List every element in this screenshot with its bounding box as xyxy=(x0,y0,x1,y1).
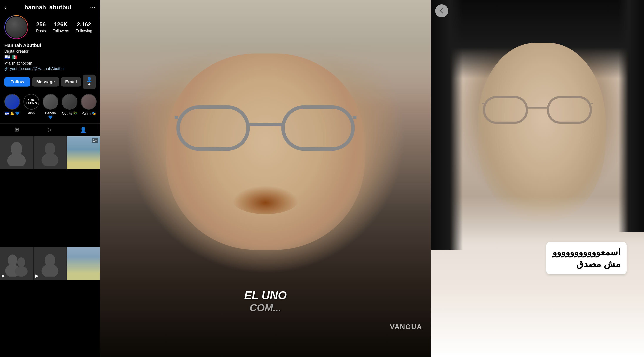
highlights-row: 🇮🇱 💪 💙 aish.LATINO Aish Benaia 💙 Outfits… xyxy=(0,92,100,121)
back-button[interactable]: ‹ xyxy=(4,4,6,11)
svg-point-7 xyxy=(15,266,28,277)
image-counter-3: 1+ xyxy=(92,138,98,143)
tab-bar: ⊞ ▷ 👤 xyxy=(0,123,100,136)
bio-text: Digital creator xyxy=(4,49,96,54)
highlight-circle-outfits xyxy=(62,94,78,110)
tab-reels[interactable]: ▷ xyxy=(33,123,66,136)
handle-text[interactable]: @aishlatinocom xyxy=(4,61,96,66)
more-options-button[interactable]: ··· xyxy=(90,4,96,11)
followers-count: 126K xyxy=(54,21,68,28)
following-count: 2,162 xyxy=(77,21,91,28)
posts-label: Posts xyxy=(36,29,46,33)
arabic-text-bubble: اسمعووووووووووو مش مصدق xyxy=(546,242,626,274)
video-indicator-5: ▶ xyxy=(35,273,38,278)
svg-rect-11 xyxy=(283,107,353,149)
grid-cell-1[interactable] xyxy=(0,136,33,169)
middle-video-background: EL UNO COM... VANGUA xyxy=(100,0,431,357)
profile-username: hannah_abutbul xyxy=(24,4,71,11)
add-friend-button[interactable]: 👤+ xyxy=(83,75,96,89)
profile-info: Hannah Abutbul Digital creator 🇮🇱 🇲🇽 @ai… xyxy=(0,41,100,75)
highlight-item-outfits[interactable]: Outfits 🎋 xyxy=(62,94,78,119)
grid-tab-icon: ⊞ xyxy=(14,127,19,133)
grid-image-6 xyxy=(67,247,100,280)
svg-point-6 xyxy=(18,257,25,267)
grid-image-1 xyxy=(0,136,33,169)
highlight-label-outfits: Outfits 🎋 xyxy=(62,111,78,115)
svg-point-2 xyxy=(45,143,56,155)
svg-point-1 xyxy=(7,153,26,166)
highlight-circle-0 xyxy=(4,94,20,110)
highlight-label-purim: Purim 🎭 xyxy=(82,111,96,115)
subtitle-overlay: EL UNO COM... xyxy=(244,289,287,314)
right-face-area: اسمعووووووووووو مش مصدق xyxy=(431,0,644,357)
tab-grid[interactable]: ⊞ xyxy=(0,123,33,136)
highlight-item-aish[interactable]: aish.LATINO Aish xyxy=(24,94,39,119)
arabic-text-line2: مش مصدق xyxy=(552,258,620,270)
avatar-image xyxy=(6,16,27,38)
posts-count: 256 xyxy=(36,21,46,28)
right-back-button[interactable] xyxy=(435,4,448,17)
middle-video-panel: EL UNO COM... VANGUA xyxy=(100,0,431,357)
highlight-label-benaia: Benaia 💙 xyxy=(43,111,58,119)
tab-tagged[interactable]: 👤 xyxy=(67,123,100,136)
avatar-inner xyxy=(5,16,28,38)
highlight-circle-purim xyxy=(81,94,96,110)
highlight-circle-aish: aish.LATINO xyxy=(24,94,39,110)
svg-rect-16 xyxy=(548,97,591,123)
grid-cell-6[interactable] xyxy=(67,247,100,280)
youtube-link[interactable]: 🔗 youtube.com/@HannahAbutbul xyxy=(4,66,96,71)
highlight-item-purim[interactable]: Purim 🎭 xyxy=(81,94,96,119)
highlight-item-0[interactable]: 🇮🇱 💪 💙 xyxy=(4,94,20,119)
grid-cell-2[interactable] xyxy=(34,136,66,169)
subtitle-text-2: COM... xyxy=(244,302,287,314)
highlight-label-aish: Aish xyxy=(28,111,34,115)
highlight-item-benaia[interactable]: Benaia 💙 xyxy=(43,94,58,119)
posts-stat: 256 Posts xyxy=(36,21,46,33)
svg-point-9 xyxy=(42,264,58,277)
followers-stat[interactable]: 126K Followers xyxy=(52,21,69,33)
action-buttons-row: Follow Message Email 👤+ xyxy=(0,75,100,92)
right-video-panel: اسمعووووووووووو مش مصدق xyxy=(431,0,644,357)
arabic-text-line1: اسمعووووووووووو xyxy=(552,246,620,258)
profile-top-bar: ‹ hannah_abutbul ··· xyxy=(0,0,100,13)
highlight-label-0: 🇮🇱 💪 💙 xyxy=(5,111,20,115)
following-label: Following xyxy=(76,29,92,33)
flags-emoji: 🇮🇱 🇲🇽 xyxy=(4,54,96,60)
email-button[interactable]: Email xyxy=(61,77,81,86)
following-stat[interactable]: 2,162 Following xyxy=(76,21,92,33)
video-indicator-4: ▶ xyxy=(2,273,5,278)
grid-image-2 xyxy=(34,136,66,169)
followers-label: Followers xyxy=(52,29,69,33)
grid-cell-3[interactable]: 1+ xyxy=(67,136,100,169)
grid-cell-5[interactable]: ▶ xyxy=(34,247,66,280)
svg-point-4 xyxy=(8,254,18,266)
aish-logo: aish.LATINO xyxy=(26,98,37,105)
subtitle-text-1: EL UNO xyxy=(244,289,287,302)
photo-grid: 1+ ▶ ▶ xyxy=(0,136,100,357)
svg-point-3 xyxy=(42,153,58,166)
message-button[interactable]: Message xyxy=(32,77,59,86)
grid-cell-4[interactable]: ▶ xyxy=(0,247,33,280)
svg-rect-15 xyxy=(484,97,527,123)
display-name: Hannah Abutbul xyxy=(4,43,96,48)
highlight-circle-benaia xyxy=(43,94,58,110)
tagged-tab-icon: 👤 xyxy=(80,127,86,133)
avatar-ring[interactable] xyxy=(4,15,28,39)
link-icon: 🔗 xyxy=(4,67,9,71)
svg-rect-10 xyxy=(178,107,248,149)
reels-tab-icon: ▷ xyxy=(48,127,52,133)
follow-button[interactable]: Follow xyxy=(4,77,30,86)
youtube-url: youtube.com/@HannahAbutbul xyxy=(10,66,64,71)
instagram-profile-panel: ‹ hannah_abutbul ··· 256 Posts 126K Foll… xyxy=(0,0,100,357)
stats-row: 256 Posts 126K Followers 2,162 Following xyxy=(32,21,96,33)
watermark-text: VANGUA xyxy=(390,323,422,331)
profile-header: 256 Posts 126K Followers 2,162 Following xyxy=(0,13,100,41)
